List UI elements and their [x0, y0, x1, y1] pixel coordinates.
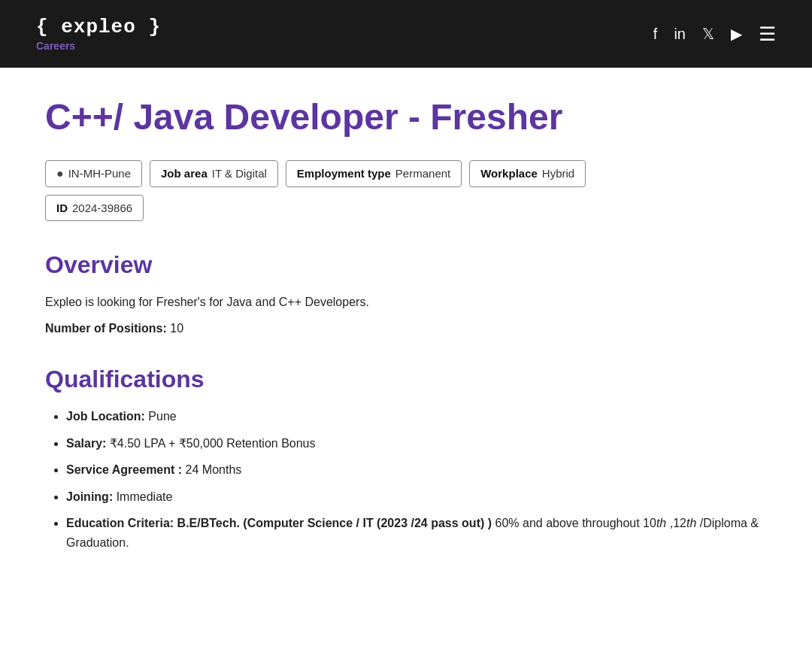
tag-id: ID 2024-39866	[45, 195, 144, 221]
tag-job-area-value: IT & Digital	[212, 167, 267, 180]
tags-container: ● IN-MH-Pune Job area IT & Digital Emplo…	[45, 160, 767, 187]
overview-description: Expleo is looking for Fresher's for Java…	[45, 293, 767, 312]
qual-label-3: Joining:	[66, 490, 113, 503]
main-content: C++/ Java Developer - Fresher ● IN-MH-Pu…	[0, 68, 812, 620]
list-item: Joining: Immediate	[66, 487, 767, 507]
tag-job-area-label: Job area	[161, 167, 208, 180]
qual-value-1: ₹4.50 LPA + ₹50,000 Retention Bonus	[110, 437, 316, 450]
twitter-icon[interactable]: 𝕏	[702, 25, 714, 43]
list-item: Education Criteria: B.E/BTech. (Computer…	[66, 514, 767, 552]
tag-workplace-label: Workplace	[480, 167, 538, 180]
tag-employment-value: Permanent	[395, 167, 450, 180]
qual-label-2: Service Agreement :	[66, 463, 182, 476]
logo-area: { expleo } Careers	[36, 16, 161, 52]
positions-label: Number of Positions:	[45, 322, 167, 335]
tag-id-label: ID	[56, 202, 68, 214]
tags-row2: ID 2024-39866	[45, 195, 767, 221]
qual-value-0: Pune	[148, 410, 176, 423]
qual-value-3: Immediate	[117, 490, 173, 503]
qual-label-1: Salary:	[66, 437, 106, 450]
qual-label-0: Job Location:	[66, 410, 145, 423]
header-nav: f in 𝕏 ▶ ☰	[653, 23, 776, 46]
qualifications-heading: Qualifications	[45, 365, 767, 393]
youtube-icon[interactable]: ▶	[731, 25, 742, 43]
qual-value-2: 24 Months	[186, 463, 242, 476]
qualifications-list: Job Location: Pune Salary: ₹4.50 LPA + ₹…	[45, 407, 767, 553]
list-item: Job Location: Pune	[66, 407, 767, 426]
logo-careers: Careers	[36, 40, 161, 52]
header: { expleo } Careers f in 𝕏 ▶ ☰	[0, 0, 812, 68]
list-item: Salary: ₹4.50 LPA + ₹50,000 Retention Bo…	[66, 434, 767, 453]
qualifications-section: Qualifications Job Location: Pune Salary…	[45, 365, 767, 553]
overview-heading: Overview	[45, 251, 767, 279]
logo-text: { expleo }	[36, 16, 161, 38]
location-pin-icon: ●	[56, 167, 64, 180]
overview-section: Overview Expleo is looking for Fresher's…	[45, 251, 767, 338]
list-item: Service Agreement : 24 Months	[66, 460, 767, 480]
positions-value: 10	[167, 322, 183, 335]
tag-workplace: Workplace Hybrid	[469, 160, 586, 187]
tag-employment-label: Employment type	[297, 167, 391, 180]
hamburger-menu-icon[interactable]: ☰	[759, 23, 776, 46]
tag-id-value: 2024-39866	[72, 202, 132, 214]
tag-workplace-value: Hybrid	[542, 167, 574, 180]
tag-location: ● IN-MH-Pune	[45, 160, 142, 187]
qual-label-4: Education Criteria: B.E/BTech. (Computer…	[66, 517, 492, 529]
linkedin-icon[interactable]: in	[674, 26, 686, 43]
tag-employment-type: Employment type Permanent	[286, 160, 462, 187]
tag-location-value: IN-MH-Pune	[68, 167, 131, 180]
overview-positions: Number of Positions: 10	[45, 319, 767, 338]
facebook-icon[interactable]: f	[653, 26, 658, 43]
tag-job-area: Job area IT & Digital	[150, 160, 278, 187]
job-title: C++/ Java Developer - Fresher	[45, 98, 767, 138]
